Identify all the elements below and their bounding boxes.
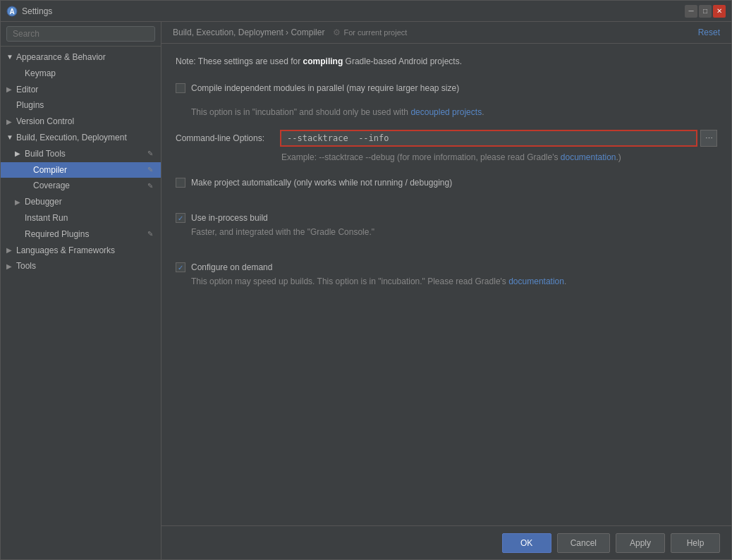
- breadcrumb: Build, Execution, Deployment › Compiler …: [173, 28, 407, 37]
- documentation-link-1[interactable]: documentation: [561, 152, 616, 162]
- bottom-bar: OK Cancel Apply Help: [161, 525, 731, 559]
- cmdline-label: Command-line Options:: [176, 133, 274, 143]
- divider3: [176, 250, 717, 261]
- project-info-icon: ⚙: [333, 28, 341, 37]
- sidebar-item-label: Editor: [16, 84, 38, 96]
- project-info-label: For current project: [343, 28, 407, 37]
- settings-window: A Settings ─ □ ✕ ▼ Appearance & Behavior: [0, 0, 732, 560]
- sidebar-item-compiler[interactable]: Compiler ✎: [1, 162, 161, 178]
- note-prefix: Note: These settings are used for: [176, 56, 303, 66]
- edit-icon: ✎: [145, 149, 155, 159]
- sidebar-item-plugins[interactable]: Plugins: [1, 97, 161, 114]
- documentation-link-2[interactable]: documentation: [508, 276, 564, 286]
- arrow-icon: ▶: [15, 149, 22, 159]
- arrow-icon: ▶: [6, 117, 13, 127]
- close-button[interactable]: ✕: [713, 5, 726, 18]
- sidebar-item-version-control[interactable]: ▶ Version Control: [1, 114, 161, 130]
- edit-icon: ✎: [145, 165, 155, 175]
- configure-demand-label: Configure on demand: [191, 261, 566, 274]
- cmdline-example: Example: --stacktrace --debug (for more …: [281, 152, 717, 162]
- sidebar-item-label: Build Tools: [25, 148, 66, 160]
- arrow-icon: ▶: [15, 197, 22, 207]
- auto-make-checkbox[interactable]: [176, 178, 185, 188]
- configure-demand-content: Configure on demand This option may spee…: [191, 261, 566, 288]
- parallel-modules-row: Compile independent modules in parallel …: [176, 82, 717, 95]
- window-controls: ─ □ ✕: [685, 5, 726, 18]
- arrow-icon: ▼: [6, 133, 13, 142]
- title-bar: A Settings ─ □ ✕: [1, 1, 731, 22]
- in-process-build-checkbox[interactable]: [176, 213, 185, 223]
- minimize-button[interactable]: ─: [685, 5, 697, 18]
- sidebar-item-build-tools[interactable]: ▶ Build Tools ✎: [1, 146, 161, 162]
- sidebar-item-coverage[interactable]: Coverage ✎: [1, 178, 161, 194]
- main-content: ▼ Appearance & Behavior Keymap ▶ Editor …: [1, 22, 731, 559]
- arrow-icon: ▶: [6, 85, 13, 95]
- in-process-build-subtext: Faster, and integrated with the "Gradle …: [191, 226, 374, 238]
- sidebar-item-label: Required Plugins: [25, 229, 89, 241]
- arrow-icon: ▶: [6, 262, 13, 272]
- sidebar-item-label: Languages & Frameworks: [16, 245, 115, 257]
- sidebar-item-label: Coverage: [33, 180, 70, 192]
- arrow-icon: ▼: [6, 52, 13, 62]
- parallel-modules-label: Compile independent modules in parallel …: [191, 82, 459, 95]
- in-process-build-content: Use in-process build Faster, and integra…: [191, 212, 374, 238]
- sidebar-item-keymap[interactable]: Keymap: [1, 66, 161, 82]
- parallel-modules-content: Compile independent modules in parallel …: [191, 82, 459, 95]
- ok-button[interactable]: OK: [502, 533, 551, 553]
- reset-button[interactable]: Reset: [698, 28, 720, 37]
- sidebar-item-tools[interactable]: ▶ Tools: [1, 258, 161, 274]
- cmdline-browse-button[interactable]: ⋯: [700, 130, 717, 147]
- search-input[interactable]: [6, 26, 155, 42]
- settings-content: Note: These settings are used for compil…: [161, 44, 731, 525]
- divider1: [176, 118, 717, 130]
- in-process-build-label: Use in-process build: [191, 212, 374, 224]
- arrow-icon: ▶: [6, 245, 13, 255]
- sidebar-item-label: Debugger: [25, 196, 62, 208]
- apply-button[interactable]: Apply: [616, 533, 665, 553]
- app-icon: A: [6, 6, 18, 17]
- help-button[interactable]: Help: [671, 533, 720, 553]
- sidebar-item-languages[interactable]: ▶ Languages & Frameworks: [1, 243, 161, 259]
- decoupled-projects-link[interactable]: decoupled projects: [410, 107, 482, 117]
- parallel-modules-checkbox[interactable]: [176, 83, 185, 93]
- sidebar-item-label: Version Control: [16, 116, 74, 128]
- right-panel: Build, Execution, Deployment › Compiler …: [161, 22, 731, 559]
- edit-icon: ✎: [145, 229, 155, 239]
- in-process-build-row: Use in-process build Faster, and integra…: [176, 212, 717, 238]
- settings-tree: ▼ Appearance & Behavior Keymap ▶ Editor …: [1, 47, 161, 559]
- breadcrumb-bar: Build, Execution, Deployment › Compiler …: [161, 22, 731, 44]
- configure-demand-checkbox[interactable]: [176, 262, 185, 272]
- sidebar-item-label: Appearance & Behavior: [16, 51, 106, 63]
- sidebar-item-label: Compiler: [33, 164, 67, 176]
- note-suffix: Gradle-based Android projects.: [343, 56, 462, 66]
- configure-demand-subtext: This option may speed up builds. This op…: [191, 275, 566, 288]
- sidebar-item-label: Keymap: [25, 68, 56, 80]
- maximize-button[interactable]: □: [699, 5, 712, 18]
- auto-make-row: Make project automatically (only works w…: [176, 176, 717, 189]
- sidebar-item-appearance[interactable]: ▼ Appearance & Behavior: [1, 49, 161, 66]
- auto-make-label: Make project automatically (only works w…: [191, 176, 452, 189]
- cmdline-input[interactable]: [280, 130, 697, 147]
- note-bold: compiling: [303, 56, 343, 66]
- sidebar-item-label: Build, Execution, Deployment: [16, 132, 127, 144]
- search-area: [1, 22, 161, 47]
- sidebar-item-instant-run[interactable]: Instant Run: [1, 210, 161, 226]
- window-title: Settings: [22, 6, 685, 16]
- breadcrumb-path: Build, Execution, Deployment › Compiler: [173, 28, 324, 37]
- cmdline-input-wrap: ⋯: [280, 130, 717, 147]
- cmdline-row: Command-line Options: ⋯: [176, 130, 717, 147]
- sidebar-item-debugger[interactable]: ▶ Debugger: [1, 194, 161, 210]
- configure-demand-row: Configure on demand This option may spee…: [176, 261, 717, 288]
- edit-icon: ✎: [145, 181, 155, 191]
- sidebar-item-required-plugins[interactable]: Required Plugins ✎: [1, 226, 161, 243]
- svg-text:A: A: [9, 8, 14, 16]
- sidebar-item-label: Instant Run: [25, 212, 68, 224]
- sidebar-item-build-exec[interactable]: ▼ Build, Execution, Deployment: [1, 130, 161, 146]
- note-text: Note: These settings are used for compil…: [176, 55, 717, 68]
- parallel-modules-subtext: This option is in "incubation" and shoul…: [191, 106, 717, 118]
- sidebar-item-label: Plugins: [16, 99, 44, 111]
- cancel-button[interactable]: Cancel: [557, 533, 610, 553]
- sidebar: ▼ Appearance & Behavior Keymap ▶ Editor …: [1, 22, 161, 559]
- sidebar-item-editor[interactable]: ▶ Editor: [1, 82, 161, 98]
- divider2: [176, 200, 717, 212]
